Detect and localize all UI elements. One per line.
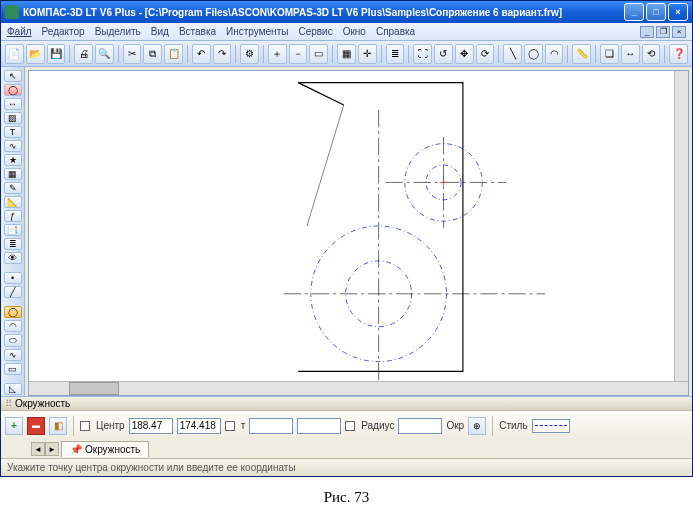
maximize-button[interactable]: □ [646,3,666,21]
prev-view-button[interactable]: ↺ [434,44,453,64]
arc-button[interactable]: ◠ [545,44,564,64]
vertical-scrollbar[interactable] [674,71,688,381]
radius-lock-checkbox[interactable] [345,421,355,431]
horizontal-scrollbar[interactable] [29,381,688,395]
preview-icon: 🔍 [98,48,110,59]
property-header[interactable]: ⠿ Окружность [1,397,692,411]
new-button[interactable]: 📄 [5,44,24,64]
grid-icon: ▦ [342,48,351,59]
undo-button[interactable]: ↶ [192,44,211,64]
menu-edit[interactable]: Редактор [42,26,85,37]
tool-hatch-button[interactable]: ▨ [4,112,22,124]
fit-button[interactable]: ⛶ [413,44,432,64]
tool-chamfer-button[interactable]: ◺ [4,383,22,395]
tab-next-button[interactable]: ► [45,442,59,456]
left-toolbox: ↖◯↔▨T∿★▦✎📐ƒ📑≣👁•╱◯◠⬭∿▭◺◜ [1,67,25,396]
refresh-button[interactable]: ⟳ [476,44,495,64]
move-button[interactable]: ↔ [621,44,640,64]
zoom-rect-button[interactable]: ▭ [309,44,328,64]
stop-button[interactable]: ▬ [27,417,45,435]
toggle-icon: ◧ [54,420,63,431]
paste-button[interactable]: 📋 [164,44,183,64]
zoom-in-button[interactable]: ＋ [268,44,287,64]
tool-circle-button[interactable]: ◯ [4,306,22,318]
redo-icon: ↷ [218,48,226,59]
menu-help[interactable]: Справка [376,26,415,37]
circle-button[interactable]: ◯ [524,44,543,64]
save-button[interactable]: 💾 [47,44,66,64]
tool-arc-t-button[interactable]: ◠ [4,320,22,332]
center-y-input[interactable] [177,418,221,434]
tool-point-button[interactable]: • [4,272,22,284]
point-lock-checkbox[interactable] [225,421,235,431]
layer-icon: ≣ [391,48,399,59]
line-button[interactable]: ╲ [503,44,522,64]
figure-caption: Рис. 73 [0,477,693,507]
menu-file[interactable]: Файл [7,26,32,37]
menu-insert[interactable]: Вставка [179,26,216,37]
tool-layer-button[interactable]: ≣ [4,238,22,250]
tool-spline-button[interactable]: ∿ [4,349,22,361]
tool-symbol-button[interactable]: ★ [4,154,22,166]
point-x-input[interactable] [249,418,293,434]
tool-rough-button[interactable]: ∿ [4,140,22,152]
tool-edit-button[interactable]: ✎ [4,182,22,194]
ruler-button[interactable]: 📏 [572,44,591,64]
status-bar: Укажите точку центра окружности или введ… [1,458,692,476]
preview-button[interactable]: 🔍 [95,44,114,64]
geom-icon: ◯ [8,85,18,95]
point-icon: • [11,273,14,283]
mdi-minimize-button[interactable]: _ [640,26,654,38]
grid-button[interactable]: ▦ [337,44,356,64]
tool-text-button[interactable]: T [4,126,22,138]
pan-button[interactable]: ✥ [455,44,474,64]
props-button[interactable]: ⚙ [240,44,259,64]
zoom-in-icon: ＋ [272,47,282,61]
menu-tools[interactable]: Инструменты [226,26,288,37]
tool-view-button[interactable]: 👁 [4,252,22,264]
open-button[interactable]: 📂 [26,44,45,64]
mdi-close-button[interactable]: × [672,26,686,38]
tool-segment-button[interactable]: ╱ [4,286,22,298]
center-x-input[interactable] [129,418,173,434]
tool-select-button[interactable]: ↖ [4,70,22,82]
minimize-button[interactable]: _ [624,3,644,21]
tool-ellipse-button[interactable]: ⬭ [4,334,22,347]
toggle-button[interactable]: ◧ [49,417,67,435]
axes-toggle-button[interactable]: ⊕ [468,417,486,435]
copy-obj-button[interactable]: ❏ [600,44,619,64]
radius-input[interactable] [398,418,442,434]
menu-view[interactable]: Вид [151,26,169,37]
tool-rect-button[interactable]: ▭ [4,363,22,375]
point-y-input[interactable] [297,418,341,434]
help-ctx-button[interactable]: ❓ [669,44,688,64]
close-button[interactable]: × [668,3,688,21]
menu-window[interactable]: Окно [343,26,366,37]
menu-service[interactable]: Сервис [298,26,332,37]
tool-table-button[interactable]: ▦ [4,168,22,180]
mdi-restore-button[interactable]: ❐ [656,26,670,38]
tab-prev-button[interactable]: ◄ [31,442,45,456]
hatch-icon: ▨ [8,113,17,123]
cut-button[interactable]: ✂ [123,44,142,64]
tool-measure-button[interactable]: 📐 [4,196,22,208]
tab-circle[interactable]: 📌Окружность [61,441,149,457]
rotate-button[interactable]: ⟲ [642,44,661,64]
auto-create-button[interactable]: + [5,417,23,435]
tool-geom-button[interactable]: ◯ [4,84,22,96]
drawing-canvas[interactable] [29,71,674,381]
redo-button[interactable]: ↷ [213,44,232,64]
layer-button[interactable]: ≣ [386,44,405,64]
style-dropdown[interactable] [532,419,570,433]
center-lock-checkbox[interactable] [80,421,90,431]
zoom-out-button[interactable]: － [289,44,308,64]
print-button[interactable]: 🖨 [74,44,93,64]
tool-spec-button[interactable]: 📑 [4,224,22,236]
tool-param-button[interactable]: ƒ [4,210,22,222]
spec-icon: 📑 [7,225,18,235]
menu-select[interactable]: Выделить [95,26,141,37]
snap-button[interactable]: ✛ [358,44,377,64]
tool-dim-button[interactable]: ↔ [4,98,22,110]
scroll-thumb[interactable] [69,382,119,395]
copy-button[interactable]: ⧉ [143,44,162,64]
